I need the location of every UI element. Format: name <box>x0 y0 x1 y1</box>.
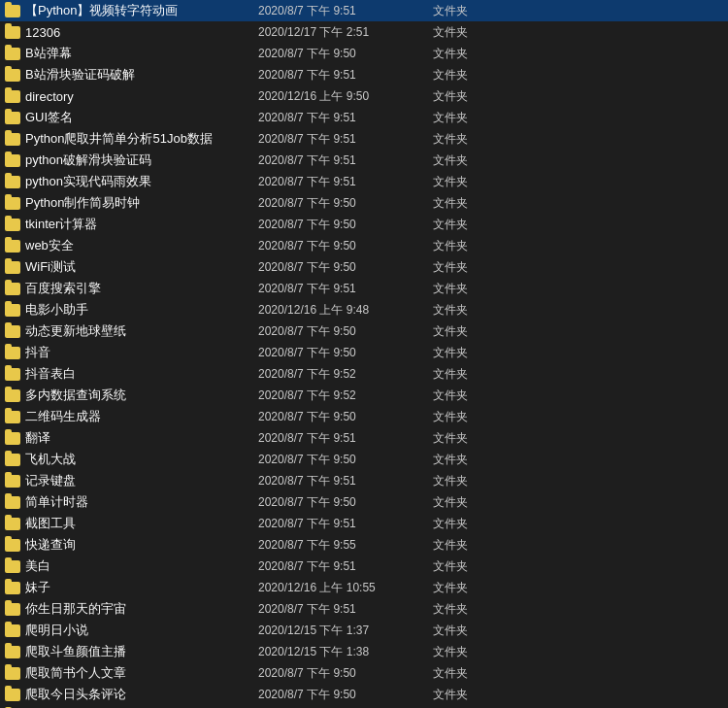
folder-icon <box>4 152 21 169</box>
table-row[interactable]: 快递查询2020/8/7 下午 9:55文件夹 <box>0 534 728 556</box>
file-name: 快递查询 <box>25 536 258 554</box>
file-name: Python爬取井简单分析51Job数据 <box>25 130 258 148</box>
file-name: 二维码生成器 <box>25 408 258 425</box>
file-name: GUI签名 <box>25 109 258 126</box>
folder-icon <box>4 643 21 660</box>
file-type: 文件夹 <box>433 409 511 425</box>
table-row[interactable]: 翻译2020/8/7 下午 9:51文件夹 <box>0 427 728 449</box>
table-row[interactable]: 美白2020/8/7 下午 9:51文件夹 <box>0 556 728 577</box>
file-date: 2020/8/7 下午 9:50 <box>258 345 433 361</box>
file-name: 简单计时器 <box>25 493 258 511</box>
folder-icon <box>4 258 21 276</box>
table-row[interactable]: 爬取斗鱼颜值主播2020/12/15 下午 1:38文件夹 <box>0 641 728 662</box>
table-row[interactable]: directory2020/12/16 上午 9:50文件夹 <box>0 85 728 107</box>
file-type: 文件夹 <box>433 430 511 447</box>
folder-icon <box>4 301 21 319</box>
folder-icon <box>4 216 21 233</box>
folder-icon <box>4 600 21 618</box>
table-row[interactable]: 【Python】视频转字符动画2020/8/7 下午 9:51文件夹 <box>0 0 728 21</box>
file-type: 文件夹 <box>433 601 511 618</box>
table-row[interactable]: 记录键盘2020/8/7 下午 9:51文件夹 <box>0 470 728 491</box>
table-row[interactable]: 爬取简书个人文章2020/8/7 下午 9:50文件夹 <box>0 662 728 684</box>
folder-icon <box>4 515 21 532</box>
file-date: 2020/12/15 下午 1:38 <box>258 644 433 660</box>
file-date: 2020/8/7 下午 9:51 <box>258 67 433 84</box>
table-row[interactable]: 电影小助手2020/12/16 上午 9:48文件夹 <box>0 299 728 320</box>
folder-icon <box>4 45 21 62</box>
table-row[interactable]: 二维码生成器2020/8/7 下午 9:50文件夹 <box>0 406 728 427</box>
table-row[interactable]: python实现代码雨效果2020/8/7 下午 9:51文件夹 <box>0 171 728 192</box>
table-row[interactable]: 简单计时器2020/8/7 下午 9:50文件夹 <box>0 491 728 513</box>
folder-icon <box>4 87 21 105</box>
file-type: 文件夹 <box>433 110 511 126</box>
file-date: 2020/8/7 下午 9:51 <box>258 3 433 19</box>
file-type: 文件夹 <box>433 452 511 468</box>
file-name: 抖音表白 <box>25 365 258 383</box>
file-date: 2020/8/7 下午 9:51 <box>258 174 433 190</box>
file-date: 2020/8/7 下午 9:50 <box>258 259 433 276</box>
file-name: python实现代码雨效果 <box>25 173 258 190</box>
table-row[interactable]: 你生日那天的宇宙2020/8/7 下午 9:51文件夹 <box>0 598 728 620</box>
file-date: 2020/8/7 下午 9:52 <box>258 366 433 383</box>
table-row[interactable]: web安全2020/8/7 下午 9:50文件夹 <box>0 235 728 256</box>
file-date: 2020/8/7 下午 9:50 <box>258 494 433 511</box>
file-date: 2020/12/16 上午 9:50 <box>258 88 433 105</box>
folder-icon <box>4 429 21 447</box>
table-row[interactable]: tkinter计算器2020/8/7 下午 9:50文件夹 <box>0 214 728 235</box>
file-name: 你生日那天的宇宙 <box>25 600 258 618</box>
folder-icon <box>4 664 21 682</box>
file-list: 【Python】视频转字符动画2020/8/7 下午 9:51文件夹123062… <box>0 0 728 708</box>
file-type: 文件夹 <box>433 494 511 511</box>
table-row[interactable]: 截图工具2020/8/7 下午 9:51文件夹 <box>0 513 728 534</box>
file-type: 文件夹 <box>433 259 511 276</box>
table-row[interactable]: 动态更新地球壁纸2020/8/7 下午 9:50文件夹 <box>0 320 728 342</box>
table-row[interactable]: B站滑块验证码破解2020/8/7 下午 9:51文件夹 <box>0 64 728 85</box>
folder-icon <box>4 493 21 511</box>
folder-icon <box>4 194 21 212</box>
table-row[interactable]: 抖音表白2020/8/7 下午 9:52文件夹 <box>0 363 728 385</box>
file-name: 多内数据查询系统 <box>25 387 258 404</box>
table-row[interactable]: WiFi测试2020/8/7 下午 9:50文件夹 <box>0 256 728 278</box>
file-date: 2020/8/7 下午 9:51 <box>258 110 433 126</box>
table-row[interactable]: GUI签名2020/8/7 下午 9:51文件夹 <box>0 107 728 128</box>
folder-icon <box>4 322 21 340</box>
table-row[interactable]: 妹子2020/12/16 上午 10:55文件夹 <box>0 577 728 598</box>
table-row[interactable]: 飞机大战2020/8/7 下午 9:50文件夹 <box>0 449 728 470</box>
file-name: 【Python】视频转字符动画 <box>25 2 258 19</box>
file-name: 爬取斗鱼颜值主播 <box>25 643 258 660</box>
table-row[interactable]: 123062020/12/17 下午 2:51文件夹 <box>0 21 728 43</box>
file-type: 文件夹 <box>433 473 511 489</box>
file-date: 2020/12/17 下午 2:51 <box>258 24 433 41</box>
file-name: 截图工具 <box>25 515 258 532</box>
table-row[interactable]: 爬取今日头条评论2020/8/7 下午 9:50文件夹 <box>0 684 728 705</box>
file-type: 文件夹 <box>433 3 511 19</box>
file-name: 电影小助手 <box>25 301 258 319</box>
file-type: 文件夹 <box>433 281 511 297</box>
file-name: B站滑块验证码破解 <box>25 66 258 84</box>
file-type: 文件夹 <box>433 323 511 340</box>
file-name: 记录键盘 <box>25 472 258 489</box>
file-type: 文件夹 <box>433 623 511 639</box>
file-name: 爬取今日头条评论 <box>25 686 258 703</box>
file-type: 文件夹 <box>433 24 511 41</box>
file-name: WiFi测试 <box>25 258 258 276</box>
table-row[interactable]: Python制作简易时钟2020/8/7 下午 9:50文件夹 <box>0 192 728 214</box>
folder-icon <box>4 66 21 84</box>
table-row[interactable]: 百度搜索引擎2020/8/7 下午 9:51文件夹 <box>0 278 728 299</box>
file-type: 文件夹 <box>433 302 511 319</box>
table-row[interactable]: 爬明日小说2020/12/15 下午 1:37文件夹 <box>0 620 728 641</box>
file-date: 2020/8/7 下午 9:50 <box>258 238 433 254</box>
file-date: 2020/8/7 下午 9:50 <box>258 46 433 62</box>
folder-icon <box>4 344 21 361</box>
table-row[interactable]: 抖音2020/8/7 下午 9:50文件夹 <box>0 342 728 363</box>
file-type: 文件夹 <box>433 665 511 682</box>
table-row[interactable]: 多内数据查询系统2020/8/7 下午 9:52文件夹 <box>0 385 728 406</box>
table-row[interactable]: B站弹幕2020/8/7 下午 9:50文件夹 <box>0 43 728 64</box>
folder-icon <box>4 365 21 383</box>
file-type: 文件夹 <box>433 217 511 233</box>
table-row[interactable]: python破解滑块验证码2020/8/7 下午 9:51文件夹 <box>0 150 728 171</box>
table-row[interactable]: Python爬取井简单分析51Job数据2020/8/7 下午 9:51文件夹 <box>0 128 728 150</box>
file-type: 文件夹 <box>433 238 511 254</box>
file-type: 文件夹 <box>433 152 511 169</box>
folder-icon <box>4 579 21 596</box>
